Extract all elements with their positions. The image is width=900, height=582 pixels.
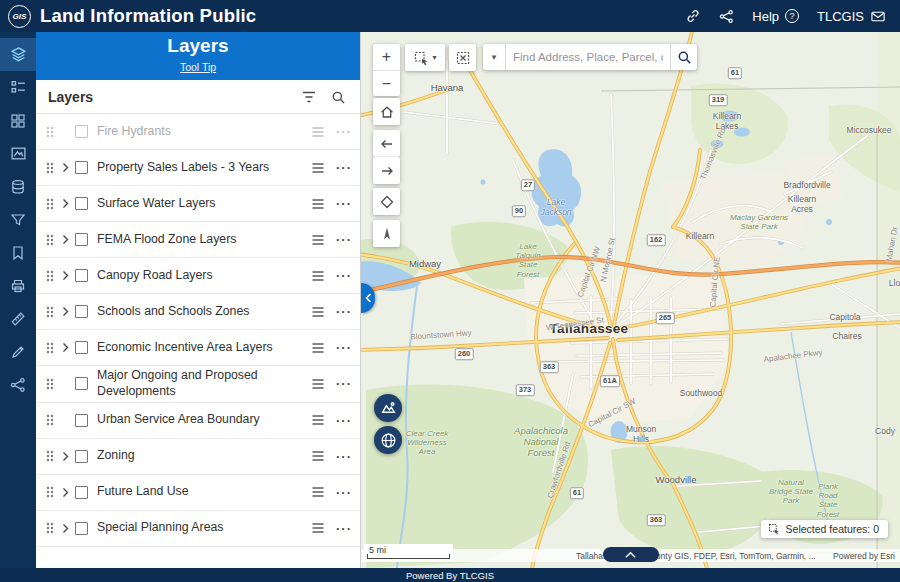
basemap[interactable] bbox=[361, 32, 900, 568]
layer-legend-icon[interactable] bbox=[311, 305, 325, 319]
expand-chevron-icon[interactable] bbox=[57, 270, 73, 281]
search-submit-button[interactable] bbox=[670, 44, 697, 70]
next-extent-button[interactable] bbox=[373, 157, 400, 184]
layer-options-icon[interactable]: ··· bbox=[336, 160, 352, 175]
layer-label[interactable]: Urban Service Area Boundary bbox=[97, 412, 311, 428]
search-source-dropdown[interactable]: ▾ bbox=[483, 44, 506, 70]
layer-checkbox[interactable] bbox=[75, 305, 88, 318]
sidebar-item-legend[interactable] bbox=[0, 71, 36, 104]
sidebar-item-basemap[interactable] bbox=[0, 104, 36, 137]
layer-legend-icon[interactable] bbox=[311, 125, 325, 139]
expand-chevron-icon[interactable] bbox=[57, 523, 73, 534]
layer-label[interactable]: Major Ongoing and Proposed Developments bbox=[97, 368, 311, 400]
drag-handle-icon[interactable] bbox=[42, 485, 57, 499]
expand-chevron-icon[interactable] bbox=[57, 162, 73, 173]
layer-label[interactable]: Property Sales Labels - 3 Years bbox=[97, 160, 311, 176]
layer-label[interactable]: Surface Water Layers bbox=[97, 196, 311, 212]
layer-options-icon[interactable]: ··· bbox=[336, 485, 352, 500]
help-button[interactable]: Help ? bbox=[752, 9, 799, 24]
expand-chevron-icon[interactable] bbox=[57, 234, 73, 245]
layer-options-icon[interactable]: ··· bbox=[336, 413, 352, 428]
layer-checkbox[interactable] bbox=[75, 161, 88, 174]
layer-label[interactable]: Special Planning Areas bbox=[97, 520, 311, 536]
layer-checkbox[interactable] bbox=[75, 233, 88, 246]
layer-checkbox[interactable] bbox=[75, 341, 88, 354]
drag-handle-icon[interactable] bbox=[42, 305, 57, 319]
tooltip-link[interactable]: Tool Tip bbox=[180, 61, 216, 73]
select-tool-button[interactable]: ▾ bbox=[405, 44, 445, 71]
layer-checkbox[interactable] bbox=[75, 377, 88, 390]
layer-checkbox[interactable] bbox=[75, 414, 88, 427]
layer-legend-icon[interactable] bbox=[311, 521, 325, 535]
layer-checkbox[interactable] bbox=[75, 486, 88, 499]
layer-options-icon[interactable]: ··· bbox=[336, 521, 352, 536]
layer-legend-icon[interactable] bbox=[311, 161, 325, 175]
layer-legend-icon[interactable] bbox=[311, 233, 325, 247]
share-link-button[interactable] bbox=[685, 8, 701, 24]
previous-extent-button[interactable] bbox=[373, 130, 400, 157]
layer-checkbox[interactable] bbox=[75, 269, 88, 282]
layer-options-icon[interactable]: ··· bbox=[336, 449, 352, 464]
layer-label[interactable]: Fire Hydrants bbox=[97, 124, 311, 140]
sidebar-item-layers[interactable] bbox=[0, 38, 36, 71]
default-extent-button[interactable] bbox=[373, 188, 400, 215]
home-button[interactable] bbox=[373, 98, 400, 125]
sidebar-item-data-tables[interactable] bbox=[0, 170, 36, 203]
zoom-in-button[interactable]: + bbox=[373, 44, 400, 70]
expand-chevron-icon[interactable] bbox=[57, 451, 73, 462]
layer-label[interactable]: Schools and Schools Zones bbox=[97, 304, 311, 320]
sidebar-item-bookmarks[interactable] bbox=[0, 236, 36, 269]
layer-legend-icon[interactable] bbox=[311, 341, 325, 355]
sidebar-item-draw[interactable] bbox=[0, 335, 36, 368]
drag-handle-icon[interactable] bbox=[42, 125, 57, 139]
drag-handle-icon[interactable] bbox=[42, 341, 57, 355]
layer-options-icon[interactable]: ··· bbox=[336, 304, 352, 319]
layer-checkbox[interactable] bbox=[75, 450, 88, 463]
basemap-toggle-button[interactable] bbox=[374, 394, 402, 422]
clear-selection-button[interactable] bbox=[449, 44, 476, 71]
layer-label[interactable]: Canopy Road Layers bbox=[97, 268, 311, 284]
layer-label[interactable]: Future Land Use bbox=[97, 484, 311, 500]
sidebar-item-map-image[interactable] bbox=[0, 137, 36, 170]
expand-chevron-icon[interactable] bbox=[57, 306, 73, 317]
layer-label[interactable]: Economic Incentive Area Layers bbox=[97, 340, 311, 356]
sidebar-item-filter[interactable] bbox=[0, 203, 36, 236]
layer-checkbox[interactable] bbox=[75, 522, 88, 535]
search-input[interactable] bbox=[506, 44, 670, 70]
layer-options-icon[interactable]: ··· bbox=[336, 376, 352, 391]
layer-legend-icon[interactable] bbox=[311, 449, 325, 463]
expand-chevron-icon[interactable] bbox=[57, 342, 73, 353]
sidebar-item-print[interactable] bbox=[0, 269, 36, 302]
drag-handle-icon[interactable] bbox=[42, 197, 57, 211]
layer-options-icon[interactable]: ··· bbox=[336, 196, 352, 211]
contact-button[interactable]: TLCGIS bbox=[817, 9, 886, 24]
drag-handle-icon[interactable] bbox=[42, 377, 57, 391]
sidebar-item-measurement[interactable] bbox=[0, 302, 36, 335]
drag-handle-icon[interactable] bbox=[42, 521, 57, 535]
layer-legend-icon[interactable] bbox=[311, 197, 325, 211]
expand-chevron-icon[interactable] bbox=[57, 198, 73, 209]
share-button[interactable] bbox=[719, 9, 734, 24]
layer-label[interactable]: Zoning bbox=[97, 448, 311, 464]
layer-legend-icon[interactable] bbox=[311, 485, 325, 499]
globe-button[interactable] bbox=[374, 426, 402, 454]
drag-handle-icon[interactable] bbox=[42, 269, 57, 283]
layer-checkbox[interactable] bbox=[75, 197, 88, 210]
layer-options-icon[interactable]: ··· bbox=[336, 340, 352, 355]
zoom-out-button[interactable]: − bbox=[373, 70, 400, 96]
layer-options-icon[interactable]: ··· bbox=[336, 232, 352, 247]
filter-layers-icon[interactable] bbox=[301, 89, 317, 105]
sidebar-item-share-network[interactable] bbox=[0, 368, 36, 401]
layer-options-icon[interactable]: ··· bbox=[336, 124, 352, 139]
layer-legend-icon[interactable] bbox=[311, 269, 325, 283]
layer-label[interactable]: FEMA Flood Zone Layers bbox=[97, 232, 311, 248]
locate-button[interactable] bbox=[373, 220, 400, 247]
expand-chevron-icon[interactable] bbox=[57, 487, 73, 498]
layer-checkbox[interactable] bbox=[75, 125, 88, 138]
search-layers-icon[interactable] bbox=[331, 90, 346, 105]
select-tool-dropdown-icon[interactable]: ▾ bbox=[432, 53, 436, 62]
bottom-panel-expander[interactable] bbox=[603, 547, 659, 562]
layer-legend-icon[interactable] bbox=[311, 413, 325, 427]
drag-handle-icon[interactable] bbox=[42, 449, 57, 463]
layer-legend-icon[interactable] bbox=[311, 377, 325, 391]
